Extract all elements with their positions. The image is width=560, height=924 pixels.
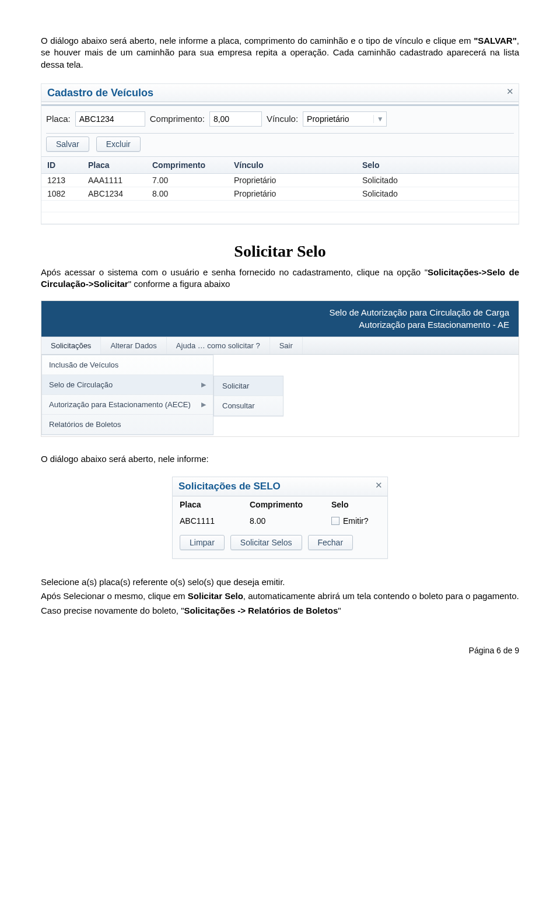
menu-screenshot: Selo de Autorização para Circulação de C… <box>41 300 519 437</box>
bottom-p2: Após Selecionar o mesmo, clique em Solic… <box>41 590 519 602</box>
dropdown-label: Autorização para Estacionamento (AECE) <box>49 400 191 409</box>
menu-solicitacoes[interactable]: Solicitações <box>41 337 101 354</box>
th-selo: Selo <box>362 160 496 170</box>
dialog-solicitacoes-selo: Solicitações de SELO ✕ Placa Comprimento… <box>172 477 388 559</box>
flyout-selo-circulacao: Solicitar Consultar <box>214 376 284 416</box>
table-row-empty <box>41 201 519 212</box>
bottom-p2a: Após Selecionar o mesmo, clique em <box>41 591 188 601</box>
select-vinculo-value[interactable] <box>303 113 373 125</box>
dropdown-item-relatorios-boletos[interactable]: Relatórios de Boletos <box>42 415 213 435</box>
divider <box>46 133 514 134</box>
cell-selo: Solicitado <box>362 189 496 198</box>
dropdown-label: Inclusão de Veículos <box>49 360 118 369</box>
th-id: ID <box>47 160 88 170</box>
label-emitir: Emitir? <box>343 516 369 526</box>
intro-text-a: O diálogo abaixo será aberto, nele infor… <box>41 36 474 46</box>
th-comp: Comprimento <box>250 500 331 509</box>
solicitar-selos-button[interactable]: Solicitar Selos <box>230 535 302 550</box>
cell-id: 1082 <box>47 189 88 198</box>
dialog1-form-row: Placa: Comprimento: Vínculo: ▼ <box>41 111 519 131</box>
menu-ajuda[interactable]: Ajuda … como solicitar ? <box>167 337 270 354</box>
th-vinculo: Vínculo <box>234 160 362 170</box>
bottom-p2c: , automaticamente abrirá um tela contend… <box>243 591 519 601</box>
checkbox-emitir[interactable] <box>331 517 340 525</box>
dropdown-item-selo-circulacao[interactable]: Selo de Circulação▶ <box>42 375 213 395</box>
table-row[interactable]: 1082 ABC1234 8.00 Proprietário Solicitad… <box>41 187 519 201</box>
dropdown-label: Relatórios de Boletos <box>49 420 121 429</box>
input-placa[interactable] <box>75 111 145 127</box>
after-menu-text: O diálogo abaixo será aberto, nele infor… <box>41 453 519 465</box>
close-icon[interactable]: ✕ <box>375 480 383 491</box>
label-placa: Placa: <box>46 114 71 124</box>
menu-alterar-dados[interactable]: Alterar Dados <box>101 337 166 354</box>
table-row[interactable]: 1213 AAA1111 7.00 Proprietário Solicitad… <box>41 174 519 187</box>
bottom-p1: Selecione a(s) placa(s) referente o(s) s… <box>41 576 519 588</box>
cell-comp: 7.00 <box>152 176 234 185</box>
cell-vinc: Proprietário <box>234 189 362 198</box>
intro-paragraph: O diálogo abaixo será aberto, nele infor… <box>41 35 519 71</box>
mid-c: conforme a figura abaixo <box>131 279 230 289</box>
cell-placa: ABC1234 <box>88 189 152 198</box>
mid-a: Após acessar o sistema com o usuário e s… <box>41 267 425 277</box>
dropdown-label: Selo de Circulação <box>49 380 113 389</box>
cell-vinc: Proprietário <box>234 176 362 185</box>
section-heading: Solicitar Selo <box>41 242 519 261</box>
th-placa: Placa <box>180 500 250 509</box>
divider <box>41 104 519 106</box>
intro-text-b: SALVAR <box>478 36 512 46</box>
excluir-button[interactable]: Excluir <box>96 136 141 152</box>
menubar: Solicitações Alterar Dados Ajuda … como … <box>41 337 519 355</box>
select-vinculo[interactable]: ▼ <box>303 111 387 127</box>
dialog2-titlebar: Solicitações de SELO ✕ <box>173 477 387 496</box>
menu-sair[interactable]: Sair <box>270 337 303 354</box>
cell-id: 1213 <box>47 176 88 185</box>
page-number: Página 6 de 9 <box>469 646 519 655</box>
dropdown-item-aece[interactable]: Autorização para Estacionamento (AECE)▶ <box>42 395 213 415</box>
dialog2-row: ABC1111 8.00 Emitir? <box>173 513 387 529</box>
dropdown-solicitacoes: Inclusão de Veículos Selo de Circulação▶… <box>41 355 214 435</box>
cell-placa: ABC1111 <box>180 516 250 526</box>
flyout-item-solicitar[interactable]: Solicitar <box>214 376 283 396</box>
salvar-button[interactable]: Salvar <box>46 136 89 152</box>
label-vinculo: Vínculo: <box>267 114 298 124</box>
th-comprimento: Comprimento <box>152 160 234 170</box>
dropdown-item-inclusao-veiculos[interactable]: Inclusão de Veículos <box>42 355 213 375</box>
caret-right-icon: ▶ <box>201 401 206 408</box>
bottom-p3: Caso precise novamente do boleto, "Solic… <box>41 605 519 617</box>
dialog2-button-row: Limpar Solicitar Selos Fechar <box>173 529 387 558</box>
fechar-button[interactable]: Fechar <box>308 535 354 550</box>
dialog-cadastro-veiculos: Cadastro de Veículos ✕ Placa: Compriment… <box>41 83 519 225</box>
bottom-p2b: Solicitar Selo <box>188 591 243 601</box>
page-footer: Página 6 de 9 <box>41 646 519 655</box>
close-icon[interactable]: ✕ <box>506 86 514 97</box>
dialog1-table-body: 1213 AAA1111 7.00 Proprietário Solicitad… <box>41 174 519 224</box>
banner-line1: Selo de Autorização para Circulação de C… <box>51 307 509 318</box>
chevron-down-icon[interactable]: ▼ <box>373 115 386 123</box>
dialog1-titlebar: Cadastro de Veículos ✕ <box>41 84 519 102</box>
dialog2-title: Solicitações de SELO <box>178 481 281 492</box>
th-selo: Selo <box>331 500 390 509</box>
cell-selo: Solicitado <box>362 176 496 185</box>
dialog1-button-row: Salvar Excluir <box>41 136 519 156</box>
th-placa: Placa <box>88 160 152 170</box>
input-comprimento[interactable] <box>209 111 262 127</box>
dialog2-header-row: Placa Comprimento Selo <box>173 496 387 513</box>
label-comprimento: Comprimento: <box>150 114 205 124</box>
bottom-p3b: Solicitações -> Relatórios de Boletos <box>184 606 338 615</box>
dialog1-title: Cadastro de Veículos <box>47 87 153 99</box>
flyout-item-consultar[interactable]: Consultar <box>214 396 283 416</box>
mid-paragraph: Após acessar o sistema com o usuário e s… <box>41 267 519 290</box>
caret-right-icon: ▶ <box>201 381 206 388</box>
bottom-p3a: Caso precise novamente do boleto, <box>41 606 181 615</box>
dialog1-table-header: ID Placa Comprimento Vínculo Selo <box>41 156 519 174</box>
app-banner: Selo de Autorização para Circulação de C… <box>41 301 519 337</box>
banner-line2: Autorização para Estacionamento - AE <box>51 319 509 331</box>
limpar-button[interactable]: Limpar <box>180 535 225 550</box>
submenu-area: Inclusão de Veículos Selo de Circulação▶… <box>41 355 519 436</box>
cell-placa: AAA1111 <box>88 176 152 185</box>
cell-comp: 8.00 <box>152 189 234 198</box>
cell-comp: 8.00 <box>250 516 331 526</box>
table-row-empty <box>41 212 519 224</box>
